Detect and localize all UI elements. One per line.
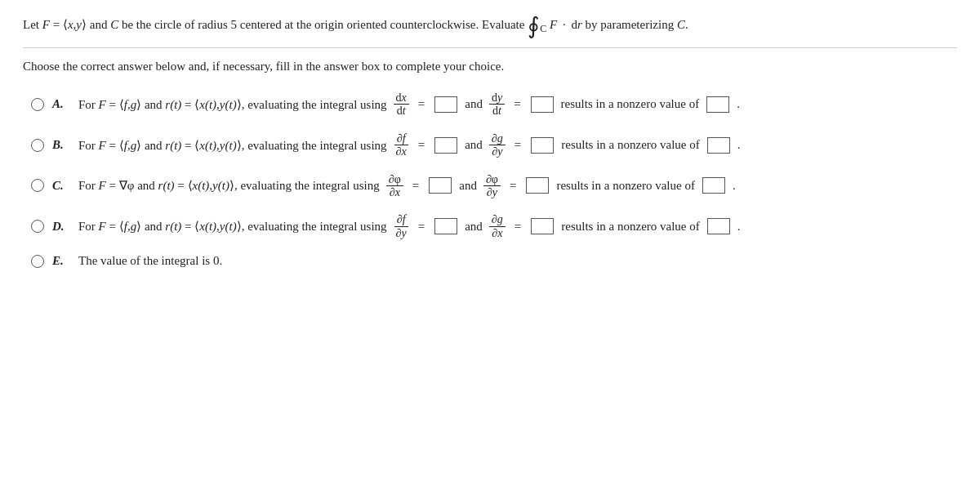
answer-box-a3[interactable] xyxy=(706,96,729,113)
option-row-c: C. For F = ∇φ and r(t) = ⟨x(t),y(t)⟩, ev… xyxy=(31,173,957,199)
label-e: E. xyxy=(52,254,70,268)
answer-box-b1[interactable] xyxy=(434,137,457,154)
option-row-b: B. For F = ⟨f,g⟩ and r(t) = ⟨x(t),y(t)⟩,… xyxy=(31,132,957,158)
answer-box-b2[interactable] xyxy=(531,137,554,154)
option-text-b: For F = ⟨f,g⟩ and r(t) = ⟨x(t),y(t)⟩, ev… xyxy=(78,132,741,158)
answer-box-b3[interactable] xyxy=(707,137,730,154)
option-text-a: For F = ⟨f,g⟩ and r(t) = ⟨x(t),y(t)⟩, ev… xyxy=(78,91,740,118)
radio-b[interactable] xyxy=(31,139,44,152)
label-b: B. xyxy=(52,138,70,152)
radio-a[interactable] xyxy=(31,98,44,111)
frac-dphi-dx: ∂φ ∂x xyxy=(386,173,403,199)
option-row-e: E. The value of the integral is 0. xyxy=(31,254,957,268)
option-text-e: The value of the integral is 0. xyxy=(78,254,222,268)
answer-box-d3[interactable] xyxy=(707,218,730,234)
options-container: A. For F = ⟨f,g⟩ and r(t) = ⟨x(t),y(t)⟩,… xyxy=(23,91,957,268)
frac-df-dx: ∂f ∂x xyxy=(394,132,409,158)
problem-statement: Let F = ⟨x,y⟩ and C be the circle of rad… xyxy=(23,15,957,48)
frac-dx-dt: dx dt xyxy=(394,91,409,118)
option-row-d: D. For F = ⟨f,g⟩ and r(t) = ⟨x(t),y(t)⟩,… xyxy=(31,213,957,239)
answer-box-d2[interactable] xyxy=(531,218,554,234)
radio-d[interactable] xyxy=(31,220,44,233)
instruction: Choose the correct answer below and, if … xyxy=(23,60,957,74)
radio-e[interactable] xyxy=(31,255,44,268)
option-row-a: A. For F = ⟨f,g⟩ and r(t) = ⟨x(t),y(t)⟩,… xyxy=(31,91,957,118)
option-text-d: For F = ⟨f,g⟩ and r(t) = ⟨x(t),y(t)⟩, ev… xyxy=(78,213,741,239)
frac-dg-dy: ∂g ∂y xyxy=(489,132,506,158)
frac-dg-dx: ∂g ∂x xyxy=(489,213,506,239)
frac-dphi-dy: ∂φ ∂y xyxy=(483,173,501,199)
answer-box-d1[interactable] xyxy=(434,218,457,234)
answer-box-c2[interactable] xyxy=(526,177,549,194)
frac-dy-dt: dy dt xyxy=(489,91,505,118)
label-c: C. xyxy=(52,179,70,193)
answer-box-c1[interactable] xyxy=(429,177,452,194)
option-text-c: For F = ∇φ and r(t) = ⟨x(t),y(t)⟩, evalu… xyxy=(78,173,736,199)
radio-c[interactable] xyxy=(31,179,44,192)
answer-box-a2[interactable] xyxy=(531,96,554,113)
label-d: D. xyxy=(52,220,70,234)
label-a: A. xyxy=(52,97,70,111)
frac-df-dy: ∂f ∂y xyxy=(394,213,409,239)
answer-box-a1[interactable] xyxy=(434,96,457,113)
answer-box-c3[interactable] xyxy=(702,177,725,194)
